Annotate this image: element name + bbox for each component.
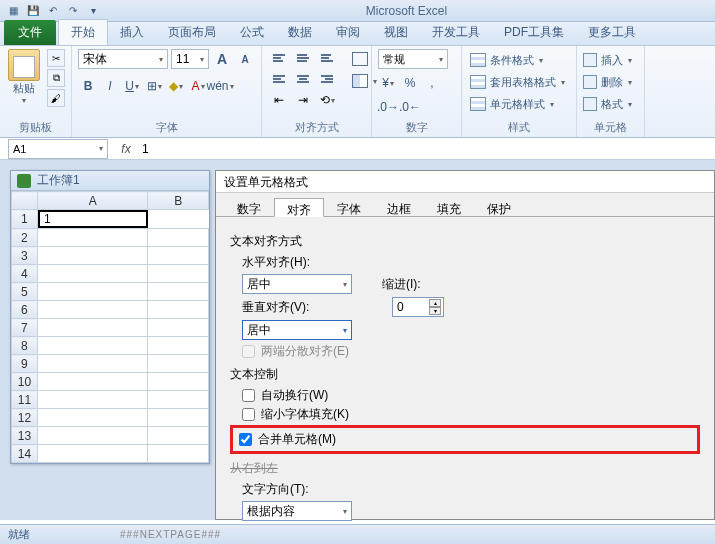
align-right-icon[interactable] bbox=[316, 70, 338, 88]
formula-bar[interactable]: 1 bbox=[136, 142, 715, 156]
save-icon[interactable]: 💾 bbox=[24, 2, 42, 20]
row-header[interactable]: 4 bbox=[12, 265, 38, 283]
dialog-tab-border[interactable]: 边框 bbox=[374, 197, 424, 216]
dialog-tab-alignment[interactable]: 对齐 bbox=[274, 198, 324, 217]
cell[interactable] bbox=[148, 337, 209, 355]
undo-icon[interactable]: ↶ bbox=[44, 2, 62, 20]
cell[interactable] bbox=[37, 319, 148, 337]
cell[interactable] bbox=[37, 409, 148, 427]
qat-dropdown-icon[interactable]: ▾ bbox=[84, 2, 102, 20]
font-name-select[interactable]: 宋体▾ bbox=[78, 49, 168, 69]
cell[interactable] bbox=[148, 319, 209, 337]
spreadsheet[interactable]: AB 11 2 3 4 5 6 7 8 9 10 11 12 13 14 bbox=[11, 191, 209, 463]
paste-button[interactable]: 粘贴 ▾ bbox=[6, 49, 41, 105]
select-all-corner[interactable] bbox=[12, 192, 38, 210]
comma-format-icon[interactable]: , bbox=[422, 73, 442, 93]
align-top-icon[interactable] bbox=[268, 49, 290, 67]
cell[interactable] bbox=[37, 445, 148, 463]
row-header[interactable]: 10 bbox=[12, 373, 38, 391]
italic-button[interactable]: I bbox=[100, 76, 120, 96]
tab-pdf[interactable]: PDF工具集 bbox=[492, 20, 576, 45]
font-size-select[interactable]: 11▾ bbox=[171, 49, 209, 69]
dialog-tab-font[interactable]: 字体 bbox=[324, 197, 374, 216]
tab-insert[interactable]: 插入 bbox=[108, 20, 156, 45]
cell[interactable] bbox=[148, 445, 209, 463]
tab-formulas[interactable]: 公式 bbox=[228, 20, 276, 45]
tab-data[interactable]: 数据 bbox=[276, 20, 324, 45]
cell[interactable] bbox=[148, 373, 209, 391]
vertical-select[interactable]: 居中▾ bbox=[242, 320, 352, 340]
indent-spinner[interactable]: 0▴▾ bbox=[392, 297, 444, 317]
merge-cells-checkbox[interactable] bbox=[239, 433, 252, 446]
row-header[interactable]: 8 bbox=[12, 337, 38, 355]
delete-cells-button[interactable]: 删除▾ bbox=[583, 71, 638, 93]
cell[interactable] bbox=[37, 229, 148, 247]
row-header[interactable]: 6 bbox=[12, 301, 38, 319]
tab-home[interactable]: 开始 bbox=[58, 19, 108, 45]
redo-icon[interactable]: ↷ bbox=[64, 2, 82, 20]
increase-decimal-icon[interactable]: .0→ bbox=[378, 97, 398, 117]
cell[interactable] bbox=[37, 247, 148, 265]
cell[interactable] bbox=[37, 337, 148, 355]
dialog-tab-fill[interactable]: 填充 bbox=[424, 197, 474, 216]
horizontal-select[interactable]: 居中▾ bbox=[242, 274, 352, 294]
row-header[interactable]: 3 bbox=[12, 247, 38, 265]
cell[interactable] bbox=[37, 373, 148, 391]
row-header[interactable]: 5 bbox=[12, 283, 38, 301]
direction-select[interactable]: 根据内容▾ bbox=[242, 501, 352, 521]
cell[interactable] bbox=[148, 229, 209, 247]
row-header[interactable]: 13 bbox=[12, 427, 38, 445]
align-left-icon[interactable] bbox=[268, 70, 290, 88]
cell[interactable] bbox=[37, 391, 148, 409]
decrease-indent-icon[interactable]: ⇤ bbox=[268, 91, 290, 109]
number-format-select[interactable]: 常规▾ bbox=[378, 49, 448, 69]
insert-cells-button[interactable]: 插入▾ bbox=[583, 49, 638, 71]
shrink-fit-checkbox[interactable] bbox=[242, 408, 255, 421]
cell[interactable] bbox=[37, 283, 148, 301]
tab-developer[interactable]: 开发工具 bbox=[420, 20, 492, 45]
cell[interactable] bbox=[148, 247, 209, 265]
cell[interactable] bbox=[148, 265, 209, 283]
format-painter-icon[interactable]: 🖌 bbox=[47, 89, 65, 107]
format-cells-button[interactable]: 格式▾ bbox=[583, 93, 638, 115]
phonetic-button[interactable]: wén▾ bbox=[210, 76, 230, 96]
cell-a1[interactable]: 1 bbox=[38, 210, 148, 228]
increase-font-icon[interactable]: A bbox=[212, 49, 232, 69]
workbook-title-bar[interactable]: 工作簿1 bbox=[11, 171, 209, 191]
orientation-icon[interactable]: ⟲▾ bbox=[316, 91, 338, 109]
cell-styles-button[interactable]: 单元格样式▾ bbox=[468, 93, 570, 115]
dialog-tab-protection[interactable]: 保护 bbox=[474, 197, 524, 216]
cell[interactable] bbox=[148, 427, 209, 445]
col-header-b[interactable]: B bbox=[148, 192, 209, 210]
table-format-button[interactable]: 套用表格格式▾ bbox=[468, 71, 570, 93]
decrease-decimal-icon[interactable]: .0← bbox=[400, 97, 420, 117]
row-header[interactable]: 1 bbox=[12, 210, 38, 229]
border-button[interactable]: ⊞▾ bbox=[144, 76, 164, 96]
align-middle-icon[interactable] bbox=[292, 49, 314, 67]
row-header[interactable]: 7 bbox=[12, 319, 38, 337]
copy-icon[interactable]: ⧉ bbox=[47, 69, 65, 87]
tab-view[interactable]: 视图 bbox=[372, 20, 420, 45]
conditional-format-button[interactable]: 条件格式▾ bbox=[468, 49, 570, 71]
row-header[interactable]: 9 bbox=[12, 355, 38, 373]
align-center-icon[interactable] bbox=[292, 70, 314, 88]
tab-pagelayout[interactable]: 页面布局 bbox=[156, 20, 228, 45]
cell[interactable] bbox=[148, 355, 209, 373]
row-header[interactable]: 12 bbox=[12, 409, 38, 427]
name-box[interactable]: A1▾ bbox=[8, 139, 108, 159]
tab-file[interactable]: 文件 bbox=[4, 20, 56, 45]
row-header[interactable]: 2 bbox=[12, 229, 38, 247]
accounting-format-icon[interactable]: ¥▾ bbox=[378, 73, 398, 93]
cell[interactable] bbox=[148, 283, 209, 301]
fx-icon[interactable]: fx bbox=[116, 142, 136, 156]
dialog-tab-number[interactable]: 数字 bbox=[224, 197, 274, 216]
tab-more[interactable]: 更多工具 bbox=[576, 20, 648, 45]
col-header-a[interactable]: A bbox=[37, 192, 148, 210]
percent-format-icon[interactable]: % bbox=[400, 73, 420, 93]
row-header[interactable]: 11 bbox=[12, 391, 38, 409]
increase-indent-icon[interactable]: ⇥ bbox=[292, 91, 314, 109]
cell[interactable] bbox=[148, 301, 209, 319]
tab-review[interactable]: 审阅 bbox=[324, 20, 372, 45]
underline-button[interactable]: U▾ bbox=[122, 76, 142, 96]
row-header[interactable]: 14 bbox=[12, 445, 38, 463]
